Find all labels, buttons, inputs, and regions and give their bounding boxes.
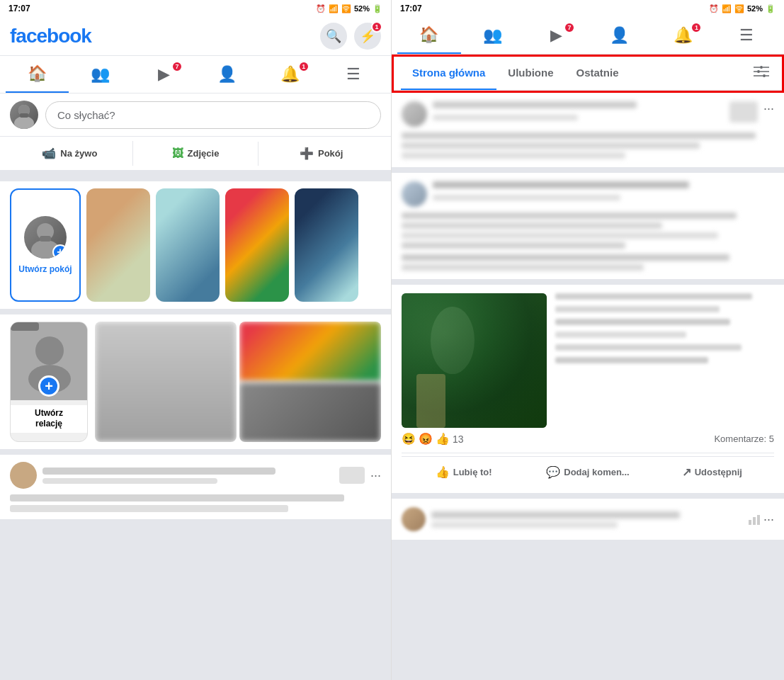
time-left: 17:07 xyxy=(8,4,30,13)
home-icon-r: 🏠 xyxy=(419,26,438,44)
nav-menu[interactable]: ☰ xyxy=(322,57,385,92)
create-story-card[interactable]: + Utwórzrelację xyxy=(10,322,88,442)
reaction-count: 13 xyxy=(453,434,464,445)
feed-tabs: Strona główna Ulubione Ostatnie xyxy=(394,57,782,91)
search-button[interactable]: 🔍 xyxy=(320,23,347,50)
left-feed: Co słychać? 📹 Na żywo 🖼 Zdjęcie ➕ Pokój xyxy=(0,94,391,680)
post-2-content xyxy=(402,212,774,249)
menu-icon: ☰ xyxy=(346,65,360,84)
comment-count: Komentarze: 5 xyxy=(714,434,774,444)
actions-bar: 📹 Na żywo 🖼 Zdjęcie ➕ Pokój xyxy=(0,137,391,176)
chart-icon xyxy=(748,513,761,526)
home-icon: 🏠 xyxy=(28,64,47,83)
live-button[interactable]: 📹 Na żywo xyxy=(7,141,133,166)
search-icon: 🔍 xyxy=(326,28,341,44)
divider xyxy=(402,453,774,453)
nav-home[interactable]: 🏠 xyxy=(6,56,69,93)
bottom-post-avatar xyxy=(402,507,426,531)
svg-rect-22 xyxy=(757,515,760,525)
create-room-card[interactable]: + Utwórz pokój xyxy=(10,188,81,302)
nav-menu-r[interactable]: ☰ xyxy=(715,18,778,53)
room-button[interactable]: ➕ Pokój xyxy=(259,141,384,166)
share-icon: ↗ xyxy=(682,465,691,479)
svg-rect-3 xyxy=(20,113,28,118)
watch-badge-r: 7 xyxy=(564,22,575,33)
post-1-thumb xyxy=(729,101,758,123)
menu-icon-r: ☰ xyxy=(739,26,754,45)
highlight-box: Strona główna Ulubione Ostatnie xyxy=(392,55,784,93)
battery-left: 52% xyxy=(354,4,370,13)
post-input[interactable]: Co słychać? xyxy=(45,101,381,129)
battery-icon: 🔋 xyxy=(373,4,382,13)
header-icons: 🔍 ⚡ 1 xyxy=(320,23,381,50)
post-1-avatar xyxy=(402,101,427,127)
nav-notifications-r[interactable]: 🔔 1 xyxy=(652,18,715,53)
post-preview-avatar xyxy=(10,462,37,489)
friends-icon: 👥 xyxy=(91,65,110,84)
nav-bar-right: 🏠 👥 ▶ 7 👤 🔔 1 ☰ xyxy=(392,17,784,55)
like-emoji: 👍 xyxy=(436,432,450,446)
watch-icon: ▶ xyxy=(158,65,170,84)
tab-favorites-label: Ulubione xyxy=(508,67,553,79)
post-preview-content xyxy=(10,494,381,512)
messenger-badge: 1 xyxy=(371,21,382,33)
nav-home-r[interactable]: 🏠 xyxy=(397,17,461,54)
nav-watch-r[interactable]: ▶ 7 xyxy=(524,18,588,53)
laugh-emoji: 😆 xyxy=(402,432,416,446)
profile-icon: 👤 xyxy=(217,65,237,84)
post-input-area: Co słychać? xyxy=(0,94,391,137)
post-image-thumb xyxy=(339,467,365,484)
battery-icon-r: 🔋 xyxy=(766,4,776,13)
nav-profile-r[interactable]: 👤 xyxy=(588,18,652,53)
status-icons-right: ⏰ 📶 🛜 52% 🔋 xyxy=(709,4,776,13)
nav-friends[interactable]: 👥 xyxy=(69,57,132,92)
post-2-meta xyxy=(433,181,774,200)
blurred-story-1 xyxy=(95,322,237,442)
reactions-row: 😆 😡 👍 13 Komentarze: 5 xyxy=(402,428,774,450)
post-preview-meta xyxy=(42,465,334,487)
svg-rect-10 xyxy=(11,322,39,331)
story-thumb-4[interactable] xyxy=(295,188,358,302)
share-button[interactable]: ↗ Udostępnij xyxy=(650,460,774,484)
post-1-header: ··· xyxy=(402,101,774,127)
comment-button[interactable]: 💬 Dodaj komen... xyxy=(525,460,649,484)
svg-point-14 xyxy=(757,70,760,73)
tab-home[interactable]: Strona główna xyxy=(401,57,496,90)
wifi-icon: 🛜 xyxy=(341,4,351,13)
facebook-logo: facebook xyxy=(10,25,91,47)
room-label: Pokój xyxy=(318,148,343,159)
post-preview-card: ··· xyxy=(0,455,391,519)
alarm-icon: ⏰ xyxy=(316,4,326,13)
svg-point-8 xyxy=(35,336,64,365)
post-more-button[interactable]: ··· xyxy=(370,468,381,483)
story-thumb-3[interactable] xyxy=(225,188,289,302)
nav-notifications[interactable]: 🔔 1 xyxy=(259,57,322,92)
nav-watch[interactable]: ▶ 7 xyxy=(132,57,195,92)
feed-filter-button[interactable] xyxy=(748,58,775,89)
story-thumb-1[interactable] xyxy=(86,188,150,302)
create-room-label: Utwórz pokój xyxy=(18,264,72,274)
feed-post-bottom: ··· xyxy=(392,499,784,540)
svg-rect-6 xyxy=(40,236,51,242)
messenger-button[interactable]: ⚡ 1 xyxy=(354,23,381,50)
photo-button[interactable]: 🖼 Zdjęcie xyxy=(133,142,259,166)
tab-recent-label: Ostatnie xyxy=(576,67,619,79)
share-label: Udostępnij xyxy=(695,467,742,477)
tab-favorites[interactable]: Ulubione xyxy=(496,57,564,90)
svg-point-1 xyxy=(14,116,34,129)
feed-post-image: 😆 😡 👍 13 Komentarze: 5 👍 Lubię to! 💬 Dod… xyxy=(392,285,784,493)
live-label: Na żywo xyxy=(60,148,97,159)
post-1-more[interactable]: ··· xyxy=(763,101,774,116)
wifi-icon-r: 🛜 xyxy=(734,4,744,13)
notifications-badge: 1 xyxy=(298,61,309,72)
bottom-post-meta xyxy=(431,511,742,528)
bottom-post-more[interactable]: ··· xyxy=(763,512,774,527)
story-thumb-2[interactable] xyxy=(156,188,220,302)
like-label: Lubię to! xyxy=(453,467,492,477)
nav-friends-r[interactable]: 👥 xyxy=(461,18,525,53)
nav-profile[interactable]: 👤 xyxy=(195,57,259,92)
like-button[interactable]: 👍 Lubię to! xyxy=(402,460,525,484)
signal-icon: 📶 xyxy=(329,4,339,13)
tab-recent[interactable]: Ostatnie xyxy=(565,57,630,90)
right-phone-panel: 17:07 ⏰ 📶 🛜 52% 🔋 🏠 👥 ▶ 7 👤 🔔 1 ☰ xyxy=(392,0,784,680)
